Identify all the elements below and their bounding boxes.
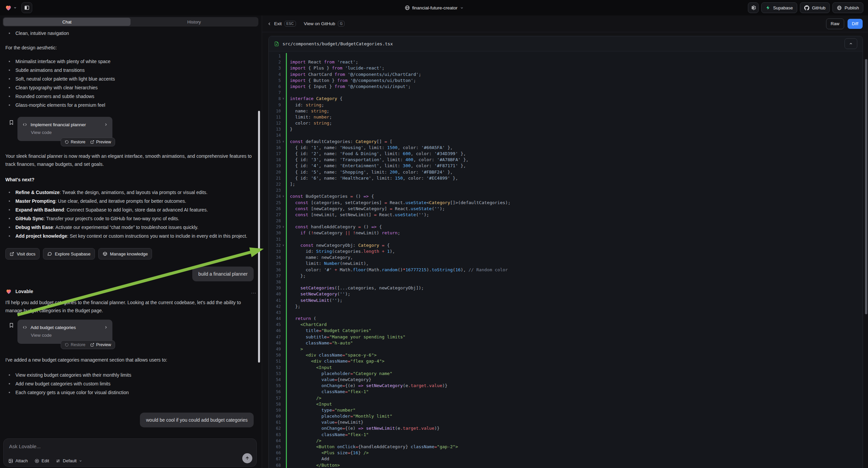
send-button[interactable] [242, 453, 252, 463]
code-text: <Plus size={16} /> [286, 450, 863, 456]
code-line: 2import React from 'react'; [269, 59, 863, 65]
mode-dropdown[interactable]: Default [56, 458, 82, 463]
bullet-item: Soft, neutral color palette with light b… [0, 75, 262, 83]
chevron-right-icon[interactable] [104, 122, 108, 126]
project-switcher[interactable]: financial-future-creator [404, 0, 463, 16]
code-line: 65 <Button onClick={handleAddCategory} c… [269, 444, 863, 450]
line-number: 39 [269, 285, 281, 291]
view-code-link[interactable]: View code [31, 333, 108, 340]
fold-chevron-icon[interactable]: ∨ [281, 224, 286, 230]
line-number: 31 [269, 236, 281, 242]
fold-chevron-icon[interactable]: ∨ [281, 242, 286, 248]
code-text: { id: '3', name: 'Transportation', limit… [286, 157, 863, 163]
line-number: 5 [269, 78, 281, 84]
collapse-file-button[interactable] [844, 38, 857, 49]
bullet-item: Subtle animations and transitions [0, 66, 262, 75]
fold-chevron-icon[interactable]: ∨ [281, 139, 286, 145]
edit-button[interactable]: Edit [35, 458, 49, 463]
line-number: 44 [269, 316, 281, 322]
tab-history[interactable]: History [130, 18, 258, 26]
line-number: 52 [269, 364, 281, 371]
bullet-text: Add new budget categories with custom li… [16, 379, 111, 388]
code-line: 31 [269, 236, 863, 242]
line-number: 16 [269, 145, 281, 151]
code-text: > [286, 346, 863, 352]
exit-button[interactable]: Exit esc [268, 21, 296, 27]
code-body[interactable]: 12import React from 'react';3import { Pl… [269, 52, 863, 468]
user-message: would be cool if you could add budget ca… [140, 413, 254, 428]
manage-knowledge-button[interactable]: Manage knowledge [98, 248, 152, 260]
tab-chat[interactable]: Chat [3, 18, 130, 26]
file-header[interactable]: src/components/budget/BudgetCategories.t… [269, 36, 863, 51]
bullet-dot [9, 33, 10, 34]
bullet-item: Minimalist interface with plenty of whit… [0, 57, 262, 66]
fold-chevron-icon[interactable]: ∨ [281, 96, 286, 102]
fold-gutter [281, 273, 286, 279]
line-number: 10 [269, 108, 281, 114]
version-card-2-zone: Add budget categories View code Restore … [18, 320, 113, 344]
supabase-button[interactable]: Supabase [761, 2, 797, 13]
code-text: limit: number; [286, 114, 863, 120]
settings-button[interactable] [748, 2, 758, 13]
line-number: 40 [269, 291, 281, 297]
bookmark-icon[interactable] [9, 119, 14, 125]
toggle-sidebar-button[interactable] [22, 2, 32, 13]
chevron-right-icon[interactable] [104, 325, 108, 329]
fold-gutter [281, 120, 286, 126]
code-line: 67 Add [269, 456, 863, 462]
explore-supabase-button[interactable]: Explore Supabase [43, 248, 95, 260]
code-text: import ChartCard from '@/components/ui/C… [286, 71, 863, 78]
version-card[interactable]: Add budget categories View code Restore … [18, 320, 113, 344]
supabase-bolt-path [766, 6, 769, 10]
bullet-dot [9, 218, 10, 219]
raw-button[interactable]: Raw [826, 19, 844, 29]
chevron-down-icon [460, 6, 464, 10]
code-text: { id: '4', name: 'Entertainment', limit:… [286, 163, 863, 169]
bookmark-icon[interactable] [9, 322, 14, 328]
editor-scrollbar[interactable] [865, 59, 867, 314]
bullet-text: Master Prompting: Use clear, detailed, a… [16, 197, 186, 205]
fold-gutter [281, 236, 286, 242]
version-card[interactable]: Implement financial planner View code Re… [18, 117, 113, 141]
visit-docs-button[interactable]: Visit docs [5, 248, 39, 260]
restore-preview-toolbar: Restore Preview [61, 138, 115, 146]
fold-gutter [281, 426, 286, 431]
fold-gutter [281, 53, 286, 59]
chat-scrollbar[interactable] [258, 111, 260, 362]
bullet-dot [9, 87, 10, 88]
attach-button[interactable]: Attach [8, 458, 28, 463]
bullet-item: Glass-morphic elements for a premium fee… [0, 101, 262, 110]
lovable-logo-menu[interactable] [5, 4, 17, 11]
restore-button[interactable]: Restore [65, 140, 86, 144]
fold-chevron-icon[interactable]: ∨ [281, 194, 286, 199]
code-text [286, 187, 863, 194]
code-text: /> [286, 395, 863, 401]
bullet-dot [9, 392, 10, 393]
code-line: 36 color: '#' + Math.floor(Math.random()… [269, 267, 863, 273]
diff-button[interactable]: Diff [847, 19, 863, 29]
line-number: 18 [269, 157, 281, 163]
restore-button[interactable]: Restore [65, 343, 86, 347]
target-icon [35, 459, 39, 463]
code-text: type="number" [286, 407, 863, 413]
chat-scroll-area[interactable]: Clean, intuitive navigation For the desi… [0, 29, 262, 438]
preview-button[interactable]: Preview [90, 140, 111, 144]
fold-gutter [281, 114, 286, 120]
code-text: import { Input } from '@/components/ui/i… [286, 84, 863, 90]
fold-gutter [281, 334, 286, 340]
view-on-github-button[interactable]: View on GitHub G [304, 21, 345, 27]
code-text: { id: '6', name: 'Healthcare', limit: 15… [286, 175, 863, 181]
code-line: 25 const [categories, setCategories] = R… [269, 200, 863, 206]
ready-paragraph: Your sleek financial planner is now read… [0, 152, 262, 168]
chat-panel: Chat History Clean, intuitive navigation… [0, 16, 262, 468]
bullet-item: Debug with Ease: Activate our experiment… [0, 223, 262, 232]
line-number: 23 [269, 187, 281, 194]
github-button[interactable]: GitHub [800, 2, 830, 13]
publish-button[interactable]: Publish [832, 2, 863, 13]
view-code-link[interactable]: View code [31, 130, 108, 137]
bullet-item: Master Prompting: Use clear, detailed, a… [0, 197, 262, 205]
preview-button[interactable]: Preview [90, 343, 111, 347]
code-text [286, 218, 863, 224]
message-menu-button[interactable]: ... [251, 289, 256, 294]
chat-input[interactable]: Ask Lovable... [9, 443, 251, 449]
